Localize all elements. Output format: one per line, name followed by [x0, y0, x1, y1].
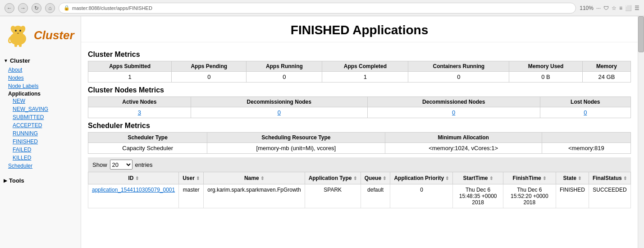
col-containers-running: Containers Running — [408, 61, 509, 72]
th-queue[interactable]: Queue ⇕ — [361, 172, 390, 184]
th-final-status[interactable]: FinalStatus ⇕ — [589, 172, 630, 184]
split-icon[interactable]: ⬜ — [625, 5, 632, 11]
lost-nodes-link[interactable]: 0 — [584, 109, 587, 116]
val-apps-completed: 1 — [322, 72, 408, 83]
sidebar-item-nodes[interactable]: Nodes — [0, 74, 81, 82]
sidebar-item-finished[interactable]: FINISHED — [0, 138, 81, 146]
th-name[interactable]: Name ⇕ — [204, 172, 305, 184]
sidebar-item-running[interactable]: RUNNING — [0, 129, 81, 138]
val-apps-submitted: 1 — [88, 72, 172, 83]
cell-finish-time: Thu Dec 6 15:52:20 +0000 2018 — [503, 184, 556, 208]
cell-priority: 0 — [390, 184, 453, 208]
sort-user: ⇕ — [196, 176, 200, 181]
th-user[interactable]: User ⇕ — [179, 172, 204, 184]
sidebar-item-failed[interactable]: FAILED — [0, 146, 81, 154]
col-lost-nodes: Lost Nodes — [540, 97, 630, 107]
svg-rect-7 — [19, 43, 22, 47]
val-containers-running: 0 — [408, 72, 509, 83]
th-start-time[interactable]: StartTime ⇕ — [453, 172, 503, 184]
cluster-metrics-row: 1 0 0 1 0 0 B 24 GB — [88, 72, 631, 83]
col-scheduler-type: Scheduler Type — [88, 133, 207, 143]
cluster-nodes-row: 3 0 0 0 — [88, 107, 631, 118]
cell-id: application_1544110305079_0001 — [88, 184, 179, 208]
cell-state: FINISHED — [556, 184, 589, 208]
apps-table-header-row: ID ⇕ User ⇕ Name ⇕ Application Type — [88, 172, 631, 184]
cluster-metrics-table: Apps Submitted Apps Pending Apps Running… — [88, 61, 631, 83]
sidebar-item-new[interactable]: NEW — [0, 97, 81, 105]
tools-header[interactable]: Tools — [0, 175, 81, 186]
url-bar[interactable]: 🔒 master:8088/cluster/apps/FINISHED — [59, 3, 576, 14]
cluster-nodes-title: Cluster Nodes Metrics — [88, 86, 631, 94]
th-id[interactable]: ID ⇕ — [88, 172, 179, 184]
sidebar-item-scheduler[interactable]: Scheduler — [0, 162, 81, 170]
sidebar-item-killed[interactable]: KILLED — [0, 154, 81, 162]
col-memory: Memory — [582, 61, 630, 72]
sort-start: ⇕ — [489, 176, 493, 181]
refresh-button[interactable]: ↻ — [32, 3, 41, 13]
sort-finish: ⇕ — [543, 176, 546, 181]
sidebar-item-about[interactable]: About — [0, 66, 81, 74]
val-scheduling-resource: [memory-mb (unit=Mi), vcores] — [207, 143, 385, 154]
hadoop-label: Cluster — [34, 28, 74, 42]
page-scrollbar[interactable] — [638, 16, 644, 248]
th-priority[interactable]: Application Priority ⇕ — [390, 172, 453, 184]
cell-name: org.karim.spark.sparkmaven.FpGrowth — [204, 184, 305, 208]
val-decommissioning-nodes: 0 — [191, 107, 367, 118]
logo-area: Cluster — [0, 21, 81, 55]
active-nodes-link[interactable]: 3 — [138, 109, 141, 116]
th-state[interactable]: State ⇕ — [556, 172, 589, 184]
entries-select[interactable]: 10 20 50 100 — [110, 160, 132, 170]
library-icon[interactable]: ≡ — [619, 5, 622, 11]
col-active-nodes: Active Nodes — [88, 97, 191, 107]
col-apps-completed: Apps Completed — [322, 61, 408, 72]
content-area: Cluster Metrics Apps Submitted Apps Pend… — [81, 42, 638, 216]
col-scheduling-resource: Scheduling Resource Type — [207, 133, 385, 143]
scheduler-metrics-table: Scheduler Type Scheduling Resource Type … — [88, 132, 631, 154]
scrollbar-thumb[interactable] — [638, 16, 644, 52]
star-icon[interactable]: ☆ — [612, 5, 617, 11]
scheduler-row: Capacity Scheduler [memory-mb (unit=Mi),… — [88, 143, 631, 154]
col-apps-pending: Apps Pending — [172, 61, 247, 72]
col-memory-used: Memory Used — [509, 61, 583, 72]
val-min-allocation: <memory:1024, vCores:1> — [385, 143, 542, 154]
home-button[interactable]: ⌂ — [45, 3, 55, 13]
val-lost-nodes: 0 — [540, 107, 630, 118]
decommissioning-link[interactable]: 0 — [278, 109, 281, 116]
bookmark-icon[interactable]: 🛡 — [603, 5, 609, 11]
th-app-type[interactable]: Application Type ⇕ — [305, 172, 361, 184]
back-button[interactable]: ← — [5, 3, 14, 13]
menu-icon[interactable]: ☰ — [635, 5, 639, 11]
val-memory: 24 GB — [582, 72, 630, 83]
scrollbar-track — [638, 16, 644, 248]
cluster-metrics-title: Cluster Metrics — [88, 51, 631, 59]
sort-final: ⇕ — [623, 176, 627, 181]
sort-app-type: ⇕ — [353, 176, 357, 181]
more-menu[interactable]: ··· — [596, 5, 601, 11]
cell-type: SPARK — [305, 184, 361, 208]
svg-rect-6 — [14, 43, 17, 47]
sidebar-item-accepted[interactable]: ACCEPTED — [0, 121, 81, 129]
main-content: FINISHED Applications Cluster Metrics Ap… — [81, 16, 638, 248]
applications-label: Applications — [0, 90, 49, 98]
hadoop-logo: Cluster — [5, 23, 74, 48]
app-id-link[interactable]: application_1544110305079_0001 — [92, 187, 175, 193]
cell-start-time: Thu Dec 6 15:48:35 +0000 2018 — [453, 184, 503, 208]
cell-queue: default — [361, 184, 390, 208]
col-decommissioned-nodes: Decommissioned Nodes — [367, 97, 540, 107]
col-extra — [542, 133, 630, 143]
sidebar-item-submitted[interactable]: SUBMITTED — [0, 113, 81, 121]
cell-final-status: SUCCEEDED — [589, 184, 630, 208]
svg-point-4 — [15, 30, 17, 32]
sort-name: ⇕ — [260, 176, 264, 181]
decommissioned-link[interactable]: 0 — [452, 109, 455, 116]
cluster-header[interactable]: Cluster — [0, 55, 81, 66]
forward-button[interactable]: → — [18, 3, 28, 13]
security-icon: 🔒 — [64, 5, 70, 11]
th-finish-time[interactable]: FinishTime ⇕ — [503, 172, 556, 184]
page-title: FINISHED Applications — [90, 23, 629, 37]
sidebar-item-new-saving[interactable]: NEW_SAVING — [0, 105, 81, 113]
url-text: master:8088/cluster/apps/FINISHED — [72, 5, 152, 11]
val-scheduler-type: Capacity Scheduler — [88, 143, 207, 154]
entries-label: entries — [135, 161, 153, 168]
sidebar-item-node-labels[interactable]: Node Labels — [0, 82, 81, 90]
